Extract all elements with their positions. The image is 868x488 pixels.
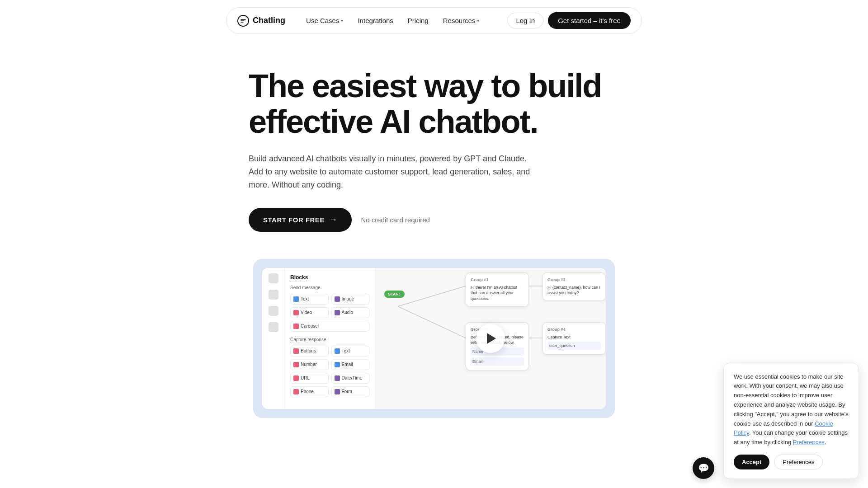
audio-block-icon <box>335 310 340 315</box>
flow-canvas: START Group #1 Hi there! I'm an AI chatb… <box>375 268 606 409</box>
start-node: START <box>384 291 405 298</box>
video-wrapper: Blocks Send message Text Image Video <box>253 259 615 418</box>
send-message-blocks: Text Image Video Audio <box>290 294 369 332</box>
sidebar-icon-1 <box>269 273 278 283</box>
capture-blocks: Buttons Text Number Email <box>290 346 369 397</box>
block-number: Number <box>290 359 329 370</box>
date-block-icon <box>335 375 340 381</box>
start-for-free-button[interactable]: START FOR FREE → <box>249 208 352 232</box>
get-started-button[interactable]: Get started – it's free <box>548 12 631 29</box>
cookie-banner: We use essential cookies to make our sit… <box>723 363 859 418</box>
url-block-icon <box>293 375 299 381</box>
form-block-icon <box>335 389 340 394</box>
block-phone: Phone <box>290 386 329 397</box>
nav-integrations[interactable]: Integrations <box>351 13 399 28</box>
block-audio: Audio <box>331 307 370 318</box>
block-url: URL <box>290 373 329 384</box>
phone-block-icon <box>293 389 299 394</box>
number-block-icon <box>293 362 299 367</box>
nav-actions: Log In Get started – it's free <box>507 12 630 29</box>
group3-node: Group #3 Hi {contact_name}, how can I as… <box>542 272 606 301</box>
block-video: Video <box>290 307 329 318</box>
nav-links: Use Cases ▾ Integrations Pricing Resourc… <box>300 13 486 28</box>
no-credit-card-label: No credit card required <box>361 216 430 224</box>
logo[interactable]: Chatling <box>237 15 285 27</box>
svg-line-1 <box>398 286 466 306</box>
image-block-icon <box>335 296 340 302</box>
svg-line-2 <box>398 306 466 338</box>
nav-resources[interactable]: Resources ▾ <box>437 13 486 28</box>
sidebar-icon-4 <box>269 322 278 332</box>
hero-section: The easiest way to build effective AI ch… <box>231 68 637 232</box>
play-button[interactable] <box>476 324 505 353</box>
buttons-block-icon <box>293 348 299 354</box>
carousel-block-icon <box>293 324 299 329</box>
navbar: Chatling Use Cases ▾ Integrations Pricin… <box>0 0 868 41</box>
block-date: Date/Time <box>331 373 370 384</box>
text-block-icon <box>293 296 299 302</box>
cookie-text: We use essential cookies to make our sit… <box>734 372 849 418</box>
hero-actions: START FOR FREE → No credit card required <box>249 208 619 232</box>
play-icon <box>487 333 496 344</box>
block-text: Text <box>290 294 329 305</box>
sidebar-icon-3 <box>269 306 278 316</box>
block-textc: Text <box>331 346 370 357</box>
app-ui-preview: Blocks Send message Text Image Video <box>262 268 606 409</box>
logo-text: Chatling <box>253 16 285 25</box>
group4-node: Group #4 Capture Text user_question <box>542 322 606 355</box>
hero-title: The easiest way to build effective AI ch… <box>249 68 619 140</box>
nav-use-cases[interactable]: Use Cases ▾ <box>300 13 349 28</box>
logo-icon <box>237 15 249 27</box>
capture-response-label: Capture response <box>290 337 369 342</box>
video-block-icon <box>293 310 299 315</box>
app-sidebar <box>262 268 285 409</box>
email-block-icon <box>335 362 340 367</box>
block-buttons: Buttons <box>290 346 329 357</box>
chevron-down-icon: ▾ <box>341 18 343 23</box>
demo-section: Blocks Send message Text Image Video <box>235 259 633 418</box>
send-message-label: Send message <box>290 285 369 290</box>
group1-node: Group #1 Hi there! I'm an AI chatbot tha… <box>466 272 529 307</box>
chevron-down-icon-2: ▾ <box>477 18 479 23</box>
nav-pricing[interactable]: Pricing <box>401 13 435 28</box>
blocks-title: Blocks <box>290 274 369 281</box>
arrow-right-icon: → <box>329 215 338 225</box>
block-image: Image <box>331 294 370 305</box>
hero-description: Build advanced AI chatbots visually in m… <box>249 152 538 191</box>
nav-inner: Chatling Use Cases ▾ Integrations Pricin… <box>226 7 642 34</box>
blocks-panel: Blocks Send message Text Image Video <box>285 268 375 409</box>
block-carousel: Carousel <box>290 321 369 332</box>
block-form: Form <box>331 386 370 397</box>
login-button[interactable]: Log In <box>507 13 543 28</box>
textc-block-icon <box>335 348 340 354</box>
block-email: Email <box>331 359 370 370</box>
sidebar-icon-2 <box>269 290 278 300</box>
